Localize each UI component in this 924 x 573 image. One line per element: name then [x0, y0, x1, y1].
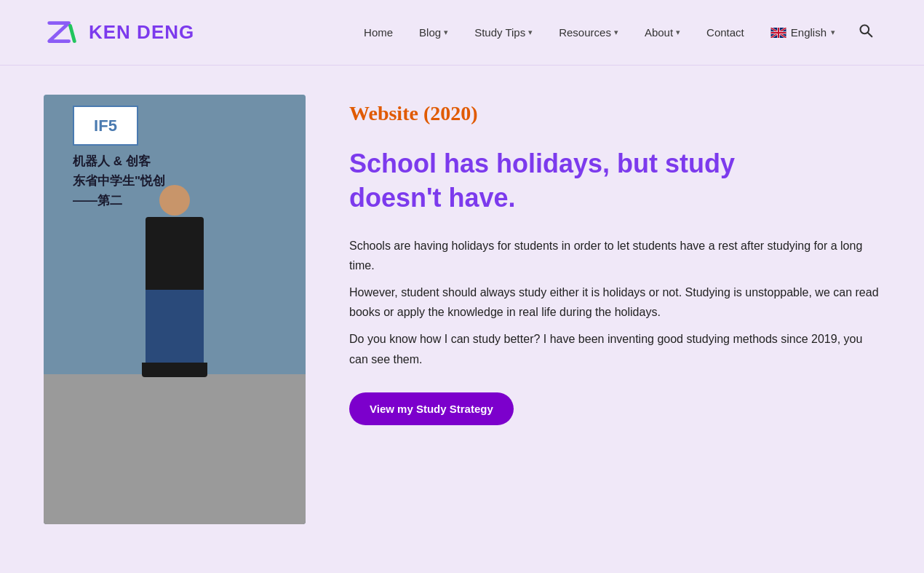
site-logo[interactable]: KEN DENG	[44, 15, 194, 51]
hero-content: Website (2020) School has holidays, but …	[349, 95, 880, 425]
photo-ground	[44, 374, 306, 525]
study-tips-chevron-icon: ▾	[528, 28, 533, 37]
hero-photo-placeholder: IF5 机器人 & 创客 东省中学生"悦创 ——第二	[44, 95, 306, 524]
search-button[interactable]	[851, 17, 880, 47]
main-nav: Home Blog ▾ Study Tips ▾ Resources ▾ Abo…	[354, 17, 880, 47]
nav-resources[interactable]: Resources ▾	[549, 20, 629, 44]
language-chevron-icon: ▾	[831, 28, 835, 37]
site-header: KEN DENG Home Blog ▾ Study Tips ▾ Resour…	[0, 0, 924, 66]
person-right-leg	[177, 290, 204, 363]
photo-logo-box: IF5	[73, 106, 138, 146]
person-body	[146, 217, 204, 290]
photo-person	[131, 185, 218, 374]
nav-study-tips[interactable]: Study Tips ▾	[464, 20, 543, 44]
nav-contact[interactable]: Contact	[696, 20, 754, 44]
language-switcher[interactable]: English ▾	[760, 20, 845, 44]
blog-chevron-icon: ▾	[444, 28, 448, 37]
person-feet	[142, 363, 207, 377]
hero-paragraph-1: Schools are having holidays for students…	[349, 236, 880, 275]
logo-text: KEN DENG	[89, 21, 194, 44]
nav-blog[interactable]: Blog ▾	[409, 20, 458, 44]
nav-home[interactable]: Home	[354, 20, 403, 44]
resources-chevron-icon: ▾	[614, 28, 618, 37]
svg-line-12	[868, 33, 872, 36]
logo-icon	[44, 15, 80, 51]
person-head	[159, 185, 190, 216]
hero-paragraph-2: However, student should always study eit…	[349, 282, 880, 322]
hero-image: IF5 机器人 & 创客 东省中学生"悦创 ——第二	[44, 95, 306, 524]
person-legs	[146, 290, 204, 363]
cta-study-strategy-button[interactable]: View my Study Strategy	[349, 392, 514, 425]
about-chevron-icon: ▾	[676, 28, 680, 37]
nav-about[interactable]: About ▾	[634, 20, 690, 44]
hero-paragraph-3: Do you know how I can study better? I ha…	[349, 329, 880, 368]
svg-rect-10	[770, 31, 786, 33]
uk-flag-icon	[770, 28, 786, 38]
search-icon	[859, 23, 873, 38]
person-left-leg	[146, 290, 172, 363]
hero-heading: School has holidays, but study doesn't h…	[349, 147, 880, 216]
website-badge: Website (2020)	[349, 102, 880, 125]
main-content: IF5 机器人 & 创客 东省中学生"悦创 ——第二	[0, 66, 924, 553]
